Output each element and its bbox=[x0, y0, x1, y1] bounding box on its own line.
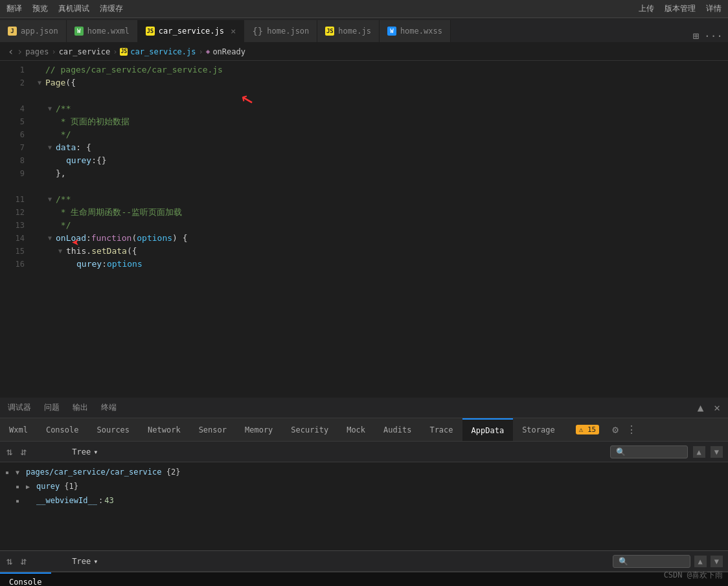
breadcrumb-function-icon: ◈ bbox=[206, 47, 210, 56]
toolbar-preview[interactable]: 预览 bbox=[32, 3, 48, 14]
console-nav-up[interactable]: ▲ bbox=[694, 556, 707, 567]
toolbar-translate[interactable]: 翻译 bbox=[6, 3, 22, 14]
tree-key-root: pages/car_service/car_service bbox=[26, 468, 162, 477]
tab-trace[interactable]: Trace bbox=[420, 418, 462, 442]
tab-home-js[interactable]: JS home.js bbox=[317, 20, 380, 42]
expand-all-btn[interactable]: ⇅ bbox=[5, 444, 14, 459]
breadcrumb-forward[interactable]: › bbox=[17, 45, 23, 58]
tree-row-qurey[interactable]: ▪ ▶ qurey {1} bbox=[0, 479, 728, 493]
code-line-3 bbox=[35, 89, 728, 102]
breadcrumb-back[interactable]: ‹ bbox=[8, 45, 14, 58]
toolbar-detail[interactable]: 详情 bbox=[706, 3, 722, 14]
devtools-tab-output[interactable]: 输出 bbox=[70, 401, 91, 414]
settings-icon[interactable]: ⚙ bbox=[608, 423, 622, 436]
js-icon: JS bbox=[146, 27, 155, 36]
tab-car-service-js-label: car_service.js bbox=[159, 27, 224, 36]
devtools-tab-terminal[interactable]: 终端 bbox=[98, 401, 119, 414]
console-tab-label: Console bbox=[9, 578, 42, 587]
tree-brace-qurey: {1} bbox=[60, 482, 78, 491]
tab-home-json-label: home.json bbox=[267, 27, 309, 36]
nav-down-btn[interactable]: ▼ bbox=[711, 446, 723, 458]
code-editor: ↑ 1 2 4 5 6 7 8 9 11 12 13 14 15 16 // p… bbox=[0, 61, 728, 398]
console-tree-selector[interactable]: Tree ▾ bbox=[72, 557, 98, 566]
split-view-icon[interactable]: ⊞ bbox=[692, 30, 699, 42]
tab-network[interactable]: Network bbox=[139, 418, 190, 442]
fold-btn-11[interactable]: ▼ bbox=[45, 195, 54, 204]
fold-btn-7[interactable]: ▼ bbox=[45, 143, 54, 152]
nav-up-btn[interactable]: ▲ bbox=[693, 446, 705, 458]
code-line-16: qurey:options bbox=[35, 258, 728, 271]
fold-btn-4[interactable]: ▼ bbox=[45, 104, 54, 113]
tab-memory[interactable]: Memory bbox=[236, 418, 282, 442]
top-toolbar: 翻译 预览 真机调试 清缓存 上传 版本管理 详情 bbox=[0, 0, 728, 18]
tab-storage[interactable]: Storage bbox=[513, 418, 564, 442]
tab-home-wxml[interactable]: W home.wxml bbox=[67, 20, 138, 42]
tree-row-webviewid[interactable]: ▪ ▶ __webviewId__ : 43 bbox=[0, 493, 728, 508]
tab-app-json[interactable]: J app.json bbox=[0, 20, 67, 42]
toolbar-device-debug[interactable]: 真机调试 bbox=[58, 3, 89, 14]
watermark: CSDN @喜欢下雨 bbox=[664, 570, 723, 581]
tab-bar-end: ⊞ ··· bbox=[692, 30, 728, 42]
tree-key-webviewid: __webviewId__ bbox=[36, 496, 97, 505]
tab-security[interactable]: Security bbox=[282, 418, 337, 442]
fold-btn-15[interactable]: ▼ bbox=[56, 247, 65, 256]
toolbar-version-manage[interactable]: 版本管理 bbox=[665, 3, 696, 14]
breadcrumb-car-service: car_service bbox=[59, 47, 110, 56]
console-nav-down[interactable]: ▼ bbox=[711, 556, 723, 567]
code-line-13: */ bbox=[35, 219, 728, 232]
line-numbers: 1 2 4 5 6 7 8 9 11 12 13 14 15 16 bbox=[0, 61, 32, 398]
tab-home-json[interactable]: {} home.json bbox=[244, 20, 317, 42]
tab-sources[interactable]: Sources bbox=[87, 418, 139, 442]
square-icon: ▪ bbox=[5, 469, 16, 476]
fold-btn-2[interactable]: ▼ bbox=[35, 78, 44, 87]
tab-mock[interactable]: Mock bbox=[337, 418, 374, 442]
more-icon[interactable]: ··· bbox=[704, 30, 723, 42]
tab-car-service-js[interactable]: JS car_service.js × bbox=[138, 20, 245, 42]
toolbar-upload[interactable]: 上传 bbox=[639, 3, 654, 14]
tree-brace-root: {2} bbox=[162, 468, 181, 477]
tab-audits[interactable]: Audits bbox=[374, 418, 420, 442]
tab-console[interactable]: Console bbox=[37, 418, 88, 442]
breadcrumb-function: onReady bbox=[212, 47, 245, 56]
code-line-14: ▼ onLoad: function (options) { bbox=[35, 232, 728, 245]
tab-home-wxml-label: home.wxml bbox=[87, 27, 130, 36]
tab-sensor[interactable]: Sensor bbox=[190, 418, 236, 442]
tab-wxml[interactable]: Wxml bbox=[0, 418, 37, 442]
devtools-tab-debugger[interactable]: 调试器 bbox=[5, 401, 34, 414]
tree-content: ▪ ▼ pages/car_service/car_service {2} ▪ … bbox=[0, 462, 728, 510]
more-options-icon[interactable]: ⋮ bbox=[622, 423, 641, 436]
json2-icon: {} bbox=[252, 26, 263, 36]
code-line-1: // pages/car_service/car_service.js bbox=[35, 63, 728, 76]
tab-warning: ⚠ 15 bbox=[564, 418, 609, 442]
breadcrumb: ‹ › pages › car_service › JS car_service… bbox=[0, 43, 728, 61]
tree-value-webviewid: 43 bbox=[104, 496, 113, 505]
code-line-2: ▼ Page({ bbox=[35, 76, 728, 89]
toolbar-right: 上传 版本管理 详情 bbox=[639, 3, 722, 14]
expand-icon-qurey[interactable]: ▶ bbox=[26, 483, 36, 490]
console-collapse-btn[interactable]: ⇵ bbox=[19, 554, 28, 569]
appdata-search-box[interactable]: 🔍 bbox=[610, 445, 688, 458]
close-icon[interactable]: × bbox=[231, 26, 236, 36]
console-search-icon: 🔍 bbox=[619, 557, 628, 566]
console-search-box[interactable]: 🔍 bbox=[613, 555, 690, 568]
fold-btn-14[interactable]: ▼ bbox=[45, 234, 54, 243]
tree-row-root[interactable]: ▪ ▼ pages/car_service/car_service {2} bbox=[0, 465, 728, 479]
tree-selector[interactable]: Tree ▾ bbox=[72, 447, 98, 456]
collapse-all-btn[interactable]: ⇵ bbox=[19, 444, 28, 459]
tab-appdata[interactable]: AppData bbox=[462, 418, 514, 442]
console-expand-btn[interactable]: ⇅ bbox=[5, 554, 14, 569]
collapse-icon[interactable]: ▲ bbox=[695, 400, 707, 415]
code-line-12: * 生命周期函数--监听页面加载 bbox=[35, 206, 728, 219]
devtools-toolbar: 调试器 问题 输出 终端 ▲ ✕ bbox=[0, 398, 728, 418]
close-devtools-icon[interactable]: ✕ bbox=[711, 400, 723, 415]
console-active-tab[interactable]: Console bbox=[0, 572, 51, 587]
console-panel: ⇅ ⇵ Tree ▾ 🔍 ▲ ▼ Console bbox=[0, 550, 728, 586]
square-icon-2: ▪ bbox=[16, 483, 26, 490]
tab-home-wxss[interactable]: W home.wxss bbox=[380, 20, 451, 42]
code-line-5: * 页面的初始数据 bbox=[35, 115, 728, 128]
code-line-15: ▼ this.setData({ bbox=[35, 245, 728, 258]
expand-icon-root[interactable]: ▼ bbox=[16, 469, 26, 476]
code-line-6: */ bbox=[35, 128, 728, 141]
toolbar-clear-cache[interactable]: 清缓存 bbox=[100, 3, 123, 14]
devtools-tab-issues[interactable]: 问题 bbox=[41, 401, 62, 414]
